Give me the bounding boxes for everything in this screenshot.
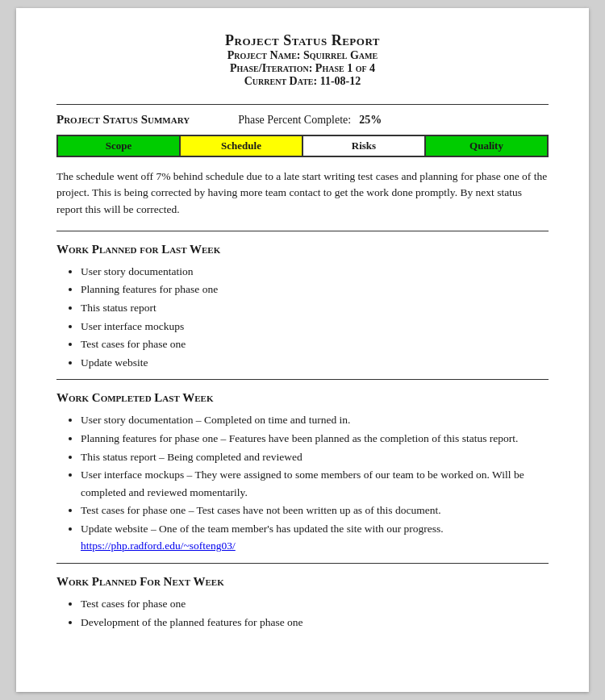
list-item: Test cases for phase one [81,595,549,613]
current-date: Current Date: 11-08-12 [56,75,549,88]
list-item: Planning features for phase one [81,281,549,298]
quality-bar: Quality [426,136,547,156]
quality-label: Quality [469,140,503,152]
list-item: Planning features for phase one – Featur… [81,430,549,448]
list-item: User story documentation [81,263,549,281]
work-planned-heading: Work Planned for Last Week [56,243,549,256]
header: Project Status Report Project Name: Squi… [56,32,549,88]
top-divider [56,104,549,105]
list-item: User interface mockups [81,318,549,335]
list-item: This status report [81,299,549,317]
phase-iteration: Phase/Iteration: Phase 1 of 4 [56,62,549,75]
list-item: Update website – One of the team member'… [81,520,549,555]
work-planned-next-list: Test cases for phase one Development of … [81,595,549,631]
report-title: Project Status Report [56,32,549,49]
work-completed-heading: Work Completed Last Week [56,391,549,405]
divider3 [56,563,549,564]
work-completed-list: User story documentation – Completed on … [81,411,549,555]
list-item: User story documentation – Completed on … [81,411,549,429]
website-url[interactable]: https://php.radford.edu/~softeng03/ [81,540,236,552]
scope-label: Scope [106,140,132,152]
status-summary-row: Project Status Summary Phase Percent Com… [56,113,549,127]
list-item: Test cases for phase one – Test cases ha… [81,502,549,519]
list-item: Test cases for phase one [81,335,549,353]
status-summary-label: Project Status Summary [56,113,190,127]
risks-label: Risks [352,140,376,152]
schedule-label: Schedule [221,140,261,152]
phase-percent-value: 25% [359,114,382,127]
risks-bar: Risks [303,136,426,156]
status-description: The schedule went off 7% behind schedule… [56,169,549,218]
phase-percent-label: Phase Percent Complete: [238,114,351,127]
status-bar: Scope Schedule Risks Quality [56,135,549,157]
work-planned-next-heading: Work Planned For Next Week [56,575,549,589]
middle-divider [56,231,549,231]
page: Project Status Report Project Name: Squi… [16,8,589,692]
list-item: Update website [81,354,549,372]
schedule-bar: Schedule [181,136,303,156]
scope-bar: Scope [58,136,181,156]
divider2 [56,379,549,380]
list-item: User interface mockups – They were assig… [81,466,549,501]
list-item: This status report – Being completed and… [81,448,549,466]
work-planned-list: User story documentation Planning featur… [81,263,549,372]
list-item: Development of the planned features for … [81,614,549,631]
project-name: Project Name: Squirrel Game [56,49,549,62]
